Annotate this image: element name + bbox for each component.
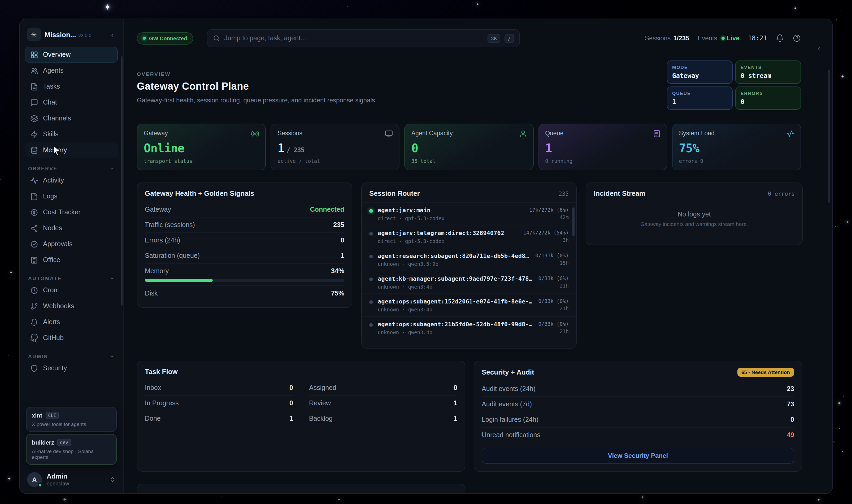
health-row: Disk75% [145, 285, 344, 301]
sidebar-section-automate[interactable]: AUTOMATE [28, 275, 114, 281]
toast-xint[interactable]: xint CLI X power tools for agents. [26, 407, 117, 432]
user-org: openclaw [47, 480, 69, 486]
taskflow-row: Done1 [145, 411, 293, 426]
user-menu[interactable]: A Admin openclaw [25, 469, 118, 488]
file-icon [30, 192, 38, 200]
taskflow-row: In Progress0 [145, 395, 293, 411]
chevrons-up-down-icon [109, 476, 116, 483]
sidebar-item-logs[interactable]: Logs [25, 188, 118, 204]
stat-label: System Load [679, 130, 794, 136]
session-status-dot [369, 255, 373, 258]
sidebar-item-office[interactable]: Office [25, 252, 118, 268]
stat-card-gateway[interactable]: Gateway Online transport status [137, 124, 266, 170]
chip-value: 0 [741, 98, 796, 106]
stat-value: Online [144, 142, 259, 155]
sidebar-item-label: Office [43, 256, 60, 264]
sidebar-item-nodes[interactable]: Nodes [25, 220, 118, 236]
toast-builderz[interactable]: builderz dev AI-native dev shop · Solana… [26, 434, 117, 465]
session-row[interactable]: agent:kb-manager:subagent:9aed797e-723f-… [362, 271, 576, 293]
notifications-bell-icon[interactable] [776, 34, 784, 42]
empty-title: No logs yet [594, 211, 795, 218]
sidebar-item-agents[interactable]: Agents [25, 62, 118, 78]
sidebar-item-tasks[interactable]: Tasks [25, 78, 118, 94]
sidebar-item-label: Logs [43, 193, 57, 200]
chevron-down-icon [109, 276, 114, 281]
sidebar-item-cron[interactable]: Cron [25, 282, 118, 298]
memory-progress-bar [145, 279, 344, 282]
user-icon [519, 129, 527, 138]
search-input[interactable] [224, 35, 484, 42]
stat-card-queue[interactable]: Queue 1 0 running [538, 124, 667, 170]
stat-card-sessions[interactable]: Sessions 1/ 235 active / total [271, 124, 399, 170]
sidebar-item-security[interactable]: Security [25, 360, 118, 376]
online-status-dot [38, 483, 42, 488]
bell-icon [30, 318, 38, 326]
sidebar-item-label: Tasks [43, 83, 60, 90]
router-scrollbar[interactable] [573, 208, 575, 236]
stat-card-system-load[interactable]: System Load 75% errors 0 [672, 124, 801, 170]
sidebar-item-label: Chat [43, 99, 57, 106]
sidebar-item-alerts[interactable]: Alerts [25, 314, 118, 330]
help-icon[interactable] [793, 34, 801, 42]
dollar-circle-icon [30, 208, 38, 216]
toast-badge: dev [57, 439, 71, 446]
chip-errors: ERRORS 0 [735, 87, 801, 110]
page-title: Gateway Control Plane [137, 80, 667, 92]
pulse-icon [786, 129, 795, 138]
clock-icon [30, 286, 38, 294]
events-label: Events [697, 35, 717, 42]
sidebar-item-memory[interactable]: Memory [25, 142, 118, 158]
taskflow-row: Backlog1 [309, 411, 457, 426]
user-name: Admin [47, 473, 69, 481]
sidebar-item-label: GitHub [43, 334, 64, 342]
session-row[interactable]: agent:ops:subagent:21b5fd0e-524b-48f0-99… [362, 316, 576, 339]
panel-title: Gateway Health + Golden Signals [145, 190, 254, 197]
taskflow-row: Review1 [309, 395, 457, 411]
session-status-dot [369, 323, 373, 327]
sidebar-item-github[interactable]: GitHub [25, 330, 118, 346]
sidebar-item-activity[interactable]: Activity [25, 173, 118, 188]
sidebar-item-channels[interactable]: Channels [25, 110, 118, 126]
desktop: ✦✦✦✦✦✦✦✦✦✦✦✦ ✳ Mission... v2.0.0 ‹ Overv… [0, 0, 852, 504]
panel-session-router: Session Router235 agent:jarv:maindirect … [361, 182, 577, 348]
view-security-panel-button[interactable]: View Security Panel [482, 448, 794, 464]
gateway-status-pill[interactable]: GW Connected [137, 32, 193, 44]
sidebar-section-observe[interactable]: OBSERVE [28, 165, 114, 172]
app-version: v2.0.0 [78, 33, 91, 38]
section-title: AUTOMATE [28, 275, 62, 281]
chat-bubble-icon [30, 98, 38, 106]
sidebar-item-approvals[interactable]: Approvals [25, 236, 118, 252]
sidebar-scrollbar[interactable] [121, 56, 123, 306]
sidebar-item-chat[interactable]: Chat [25, 94, 118, 110]
sidebar-item-skills[interactable]: Skills [25, 126, 118, 142]
sidebar-item-webhooks[interactable]: Webhooks [25, 298, 118, 314]
session-row[interactable]: agent:jarv:telegram:direct:328940762dire… [362, 225, 576, 248]
chip-value: 0 stream [741, 72, 796, 79]
sidebar-section-admin[interactable]: ADMIN [28, 353, 114, 359]
global-search[interactable]: ⌘K / [207, 29, 520, 47]
session-status-dot [369, 232, 373, 236]
sidebar-item-label: Skills [43, 130, 58, 138]
session-row[interactable]: agent:jarv:maindirect · gpt-5.3-codex 17… [362, 202, 576, 225]
main-scrollbar[interactable] [828, 70, 830, 203]
session-row[interactable]: agent:ops:subagent:152d2061-e074-41fb-8e… [362, 293, 576, 316]
toast-description: AI-native dev shop · Solana experts. [32, 448, 111, 460]
sidebar-item-cost-tracker[interactable]: Cost Tracker [25, 204, 118, 220]
chevron-down-icon [109, 166, 114, 171]
stat-sub: 35 total [412, 158, 527, 164]
stat-sub: transport status [144, 158, 259, 164]
stat-label: Sessions [277, 130, 393, 136]
toast-title: xint [32, 412, 42, 419]
layers-icon [30, 114, 38, 122]
topbar: GW Connected ⌘K / Sessions1/235 EventsLi… [124, 19, 832, 50]
sidebar-collapse-icon[interactable]: ‹ [109, 30, 116, 39]
sidebar-item-overview[interactable]: Overview [25, 47, 118, 62]
right-panel-collapse-button[interactable]: ‹ [813, 41, 826, 54]
sidebar-item-label: Nodes [43, 224, 62, 232]
session-row[interactable]: agent:research:subagent:820a711e-db5b-4e… [362, 248, 576, 271]
stat-card-agent-capacity[interactable]: Agent Capacity 0 35 total [404, 124, 533, 170]
chip-label: MODE [672, 65, 727, 70]
stat-sub: 0 running [545, 158, 660, 164]
incident-count: 0 errors [768, 190, 795, 197]
security-row: Audit events (7d)73 [482, 396, 794, 412]
